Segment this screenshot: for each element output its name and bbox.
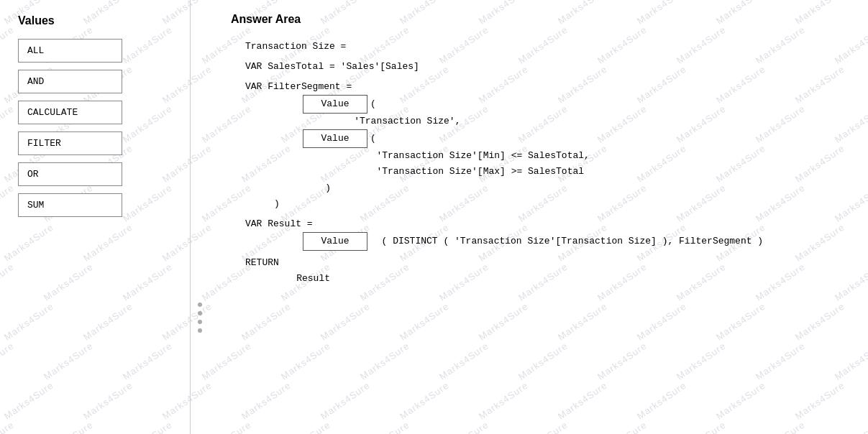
- right-panel: Answer Area Transaction Size = VAR Sales…: [209, 0, 868, 434]
- value-item-filter[interactable]: FILTER: [18, 131, 122, 155]
- code-line-1: Transaction Size =: [231, 39, 846, 55]
- code-line-14: Result: [231, 271, 846, 287]
- main-layout: Values ALL AND CALCULATE FILTER OR SUM A…: [0, 0, 868, 434]
- code-line-5: 'Transaction Size',: [231, 114, 846, 129]
- var-result-label: VAR Result =: [245, 216, 313, 232]
- code-area: Transaction Size = VAR SalesTotal = 'Sal…: [231, 39, 846, 287]
- max-condition: 'Transaction Size'[Max] >= SalesTotal: [332, 164, 584, 180]
- distinct-expr: ( DISTINCT ( 'Transaction Size'[Transact…: [370, 234, 763, 249]
- transaction-size-arg: 'Transaction Size',: [332, 114, 460, 129]
- code-line-value1: Value (: [231, 95, 846, 114]
- paren-open-1: (: [370, 96, 376, 112]
- dot-1: [198, 303, 202, 307]
- code-line-9: ): [231, 180, 846, 196]
- dot-2: [198, 311, 202, 315]
- result-value: Result: [274, 271, 330, 287]
- code-line-8: 'Transaction Size'[Max] >= SalesTotal: [231, 164, 846, 180]
- values-title: Values: [18, 14, 175, 27]
- code-line-7: 'Transaction Size'[Min] <= SalesTotal,: [231, 148, 846, 164]
- value-item-and[interactable]: AND: [18, 70, 122, 93]
- code-line-11: VAR Result =: [231, 216, 846, 232]
- dot-3: [198, 320, 202, 324]
- dots-separator: [191, 201, 209, 434]
- value-items-list: ALL AND CALCULATE FILTER OR SUM: [18, 39, 175, 217]
- value-item-calculate[interactable]: CALCULATE: [18, 101, 122, 124]
- code-line-value3: Value ( DISTINCT ( 'Transaction Size'[Tr…: [231, 232, 846, 251]
- paren-open-2: (: [370, 131, 376, 147]
- value-box-3[interactable]: Value: [303, 232, 367, 251]
- inner-close-paren: ): [303, 180, 331, 196]
- code-line-3: VAR FilterSegment =: [231, 79, 846, 95]
- var-salestotal-label: VAR SalesTotal = 'Sales'[Sales]: [245, 59, 419, 75]
- left-panel: Values ALL AND CALCULATE FILTER OR SUM: [0, 0, 191, 434]
- return-keyword: RETURN: [245, 255, 279, 271]
- value-box-2[interactable]: Value: [303, 129, 367, 148]
- dot-4: [198, 328, 202, 333]
- code-line-10: ): [231, 196, 846, 212]
- transaction-size-label: Transaction Size =: [245, 39, 346, 55]
- value-item-or[interactable]: OR: [18, 162, 122, 186]
- outer-close-paren: ): [274, 196, 280, 212]
- code-line-value2: Value (: [231, 129, 846, 148]
- var-filtersegment-label: VAR FilterSegment =: [245, 79, 352, 95]
- value-box-1[interactable]: Value: [303, 95, 367, 114]
- code-line-2: VAR SalesTotal = 'Sales'[Sales]: [231, 59, 846, 75]
- value-item-all[interactable]: ALL: [18, 39, 122, 63]
- code-line-13: RETURN: [231, 255, 846, 271]
- value-item-sum[interactable]: SUM: [18, 193, 122, 217]
- min-condition: 'Transaction Size'[Min] <= SalesTotal,: [332, 148, 590, 164]
- answer-area-title: Answer Area: [231, 13, 846, 26]
